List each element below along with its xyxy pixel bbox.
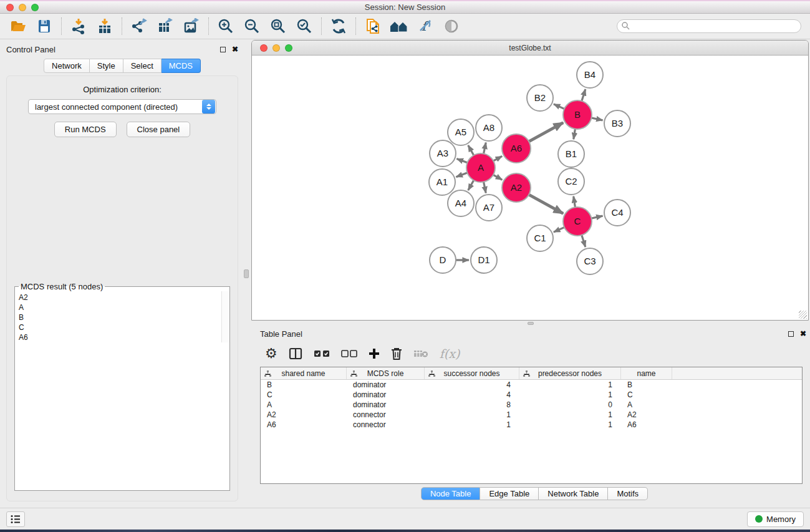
graph-node-C2[interactable]: C2	[558, 168, 584, 195]
graph-edge-B-B2[interactable]	[554, 104, 566, 110]
table-cell[interactable]: 1	[519, 420, 621, 429]
table-cell[interactable]: 8	[425, 400, 519, 409]
column-header-successor-nodes[interactable]: successor nodes	[425, 367, 519, 379]
fit-columns-icon[interactable]	[289, 346, 302, 362]
save-session-icon[interactable]	[35, 17, 54, 36]
close-panel-icon[interactable]: ✖	[232, 46, 238, 53]
minimize-window-button[interactable]	[19, 4, 26, 11]
table-cell[interactable]: 0	[519, 400, 621, 409]
criterion-dropdown[interactable]: largest connected component (directed)	[28, 99, 216, 114]
first-neighbors-icon[interactable]	[390, 17, 408, 36]
graph-edge-A6-B[interactable]	[528, 123, 563, 142]
graph-node-A2[interactable]: A2	[502, 173, 531, 202]
graph-node-C1[interactable]: C1	[527, 225, 553, 251]
table-cell[interactable]: A2	[621, 410, 672, 419]
zoom-fit-icon[interactable]	[269, 17, 287, 36]
table-row[interactable]: A6connector11A6	[261, 420, 802, 430]
table-cell[interactable]: B	[621, 380, 672, 389]
graph-edge-B-B4[interactable]	[581, 89, 586, 102]
graph-node-D[interactable]: D	[430, 247, 456, 273]
close-network-button[interactable]	[260, 44, 268, 52]
table-row[interactable]: Bdominator41B	[261, 380, 802, 390]
graph-edge-B-B3[interactable]	[591, 117, 603, 120]
export-network-icon[interactable]	[130, 17, 148, 36]
table-cell[interactable]: B	[261, 380, 347, 389]
close-panel-button[interactable]: Close panel	[127, 122, 191, 137]
tab-select[interactable]: Select	[123, 59, 162, 73]
float-panel-icon[interactable]	[220, 47, 226, 52]
tab-node-table[interactable]: Node Table	[421, 487, 481, 500]
zoom-out-icon[interactable]	[243, 17, 261, 36]
graph-node-A4[interactable]: A4	[448, 190, 474, 216]
column-settings-icon[interactable]: ⚙	[265, 346, 277, 362]
table-cell[interactable]: A	[621, 400, 672, 409]
network-window-titlebar[interactable]: testGlobe.txt	[252, 41, 808, 56]
zoom-network-button[interactable]	[285, 44, 292, 52]
result-list-scrollbar[interactable]	[221, 291, 229, 342]
graph-edge-C-C1[interactable]	[554, 227, 566, 233]
table-cell[interactable]: 1	[425, 420, 519, 429]
deselect-all-icon[interactable]	[341, 346, 357, 362]
table-cell[interactable]: connector	[347, 420, 425, 429]
minimize-network-button[interactable]	[272, 44, 280, 52]
add-row-icon[interactable]	[369, 346, 380, 362]
table-cell[interactable]: 1	[519, 410, 621, 419]
run-mcds-button[interactable]: Run MCDS	[54, 122, 117, 137]
graph-node-C3[interactable]: C3	[577, 248, 603, 274]
table-cell[interactable]: A6	[621, 420, 672, 429]
float-panel-icon[interactable]	[788, 331, 794, 337]
import-network-icon[interactable]	[69, 17, 88, 36]
import-table-icon[interactable]	[95, 17, 114, 36]
graph-edge-A-A7[interactable]	[483, 181, 486, 193]
graph-node-C4[interactable]: C4	[604, 200, 630, 226]
refresh-icon[interactable]	[329, 17, 348, 36]
graph-node-B4[interactable]: B4	[577, 62, 603, 88]
window-resize-grip[interactable]	[799, 311, 807, 319]
graph-node-A1[interactable]: A1	[429, 169, 455, 195]
table-cell[interactable]: dominator	[347, 400, 425, 409]
tab-motifs[interactable]: Motifs	[608, 487, 648, 500]
close-panel-icon[interactable]: ✖	[800, 330, 806, 337]
column-header-name[interactable]: name	[621, 367, 672, 379]
graph-node-B2[interactable]: B2	[527, 85, 553, 111]
hide-graphics-details-icon[interactable]: f	[416, 17, 435, 36]
splitter-handle[interactable]	[528, 322, 534, 325]
function-builder-icon[interactable]: f(x)	[440, 346, 460, 362]
table-cell[interactable]: C	[621, 390, 672, 399]
table-cell[interactable]: C	[261, 390, 347, 399]
graph-edge-A2-C[interactable]	[528, 194, 563, 213]
graph-edge-C-C4[interactable]	[591, 216, 603, 218]
graph-edge-A-A5[interactable]	[468, 145, 475, 157]
select-all-icon[interactable]	[314, 346, 330, 362]
table-row[interactable]: Cdominator41C	[261, 390, 802, 400]
graph-node-B1[interactable]: B1	[558, 141, 584, 167]
graph-node-B[interactable]: B	[563, 100, 592, 129]
column-header-predecessor-nodes[interactable]: predecessor nodes	[519, 367, 621, 379]
close-window-button[interactable]	[6, 4, 14, 11]
new-network-from-selection-icon[interactable]	[364, 17, 382, 36]
graph-edge-A-A1[interactable]	[456, 172, 469, 177]
mcds-result-item[interactable]: A6	[17, 332, 229, 342]
table-cell[interactable]: 1	[519, 380, 621, 389]
graph-node-A3[interactable]: A3	[430, 140, 456, 167]
memory-button[interactable]: Memory	[747, 511, 804, 527]
table-cell[interactable]: A6	[261, 420, 347, 429]
horizontal-splitter[interactable]	[251, 321, 809, 326]
export-image-icon[interactable]	[182, 17, 201, 36]
column-header-shared-name[interactable]: shared name	[261, 367, 347, 379]
graph-node-C[interactable]: C	[563, 207, 592, 236]
graph-node-A[interactable]: A	[466, 153, 495, 182]
zoom-window-button[interactable]	[31, 4, 39, 11]
mcds-result-item[interactable]: C	[17, 322, 229, 332]
vertical-splitter[interactable]	[242, 40, 251, 508]
table-cell[interactable]: A2	[261, 410, 347, 419]
table-cell[interactable]: 4	[425, 380, 519, 389]
graph-node-A7[interactable]: A7	[476, 195, 502, 221]
graph-edge-A-A4[interactable]	[468, 179, 475, 190]
graph-node-A8[interactable]: A8	[476, 115, 502, 141]
graph-node-D1[interactable]: D1	[471, 247, 497, 273]
network-canvas[interactable]: B4B2BB3A8A5A6A3B1AA1C2A2A4A7C4CC1DD1C3	[252, 56, 808, 320]
table-cell[interactable]: 4	[425, 390, 519, 399]
graph-edge-A-A8[interactable]	[483, 143, 486, 155]
mcds-result-item[interactable]: B	[17, 312, 229, 322]
